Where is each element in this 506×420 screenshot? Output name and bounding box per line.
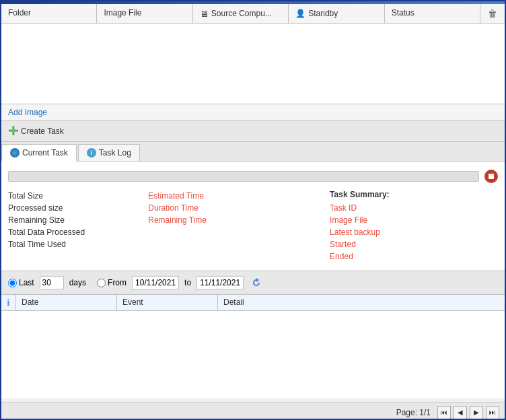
log-table-header: ℹ Date Event Detail (1, 295, 505, 311)
info-col-icon: ℹ (7, 298, 10, 308)
last-radio-label[interactable]: Last (8, 278, 34, 287)
add-image-link[interactable]: Add Image (8, 108, 47, 117)
summary-started: Started (330, 238, 498, 250)
to-date-input[interactable] (196, 276, 244, 289)
create-task-label: Create Task (21, 127, 64, 136)
tab-current-task-label: Current Task (22, 148, 68, 158)
progress-bar-container (8, 171, 479, 182)
main-content: Folder Image File 🖥 Source Compu... 👤 St… (1, 4, 505, 420)
stat-duration-time: Duration Time (148, 202, 316, 214)
summary-image-file: Image File (330, 214, 498, 226)
from-date-input[interactable] (132, 276, 179, 289)
page-info: Page: 1/1 (396, 408, 431, 417)
nav-first-button[interactable]: ⏮ (437, 406, 451, 419)
stat-total-data: Total Data Processed (8, 226, 148, 238)
info-icon: i (87, 148, 96, 158)
stat-total-size: Total Size (8, 190, 148, 202)
summary-ended: Ended (330, 250, 498, 262)
col-status: Status (385, 4, 480, 23)
col-standby: 👤 Standby (289, 4, 384, 23)
stat-total-time: Total Time Used (8, 238, 148, 250)
nav-last-button[interactable]: ⏭ (486, 406, 499, 419)
trash-icon: 🗑 (488, 8, 497, 19)
from-label: From (108, 278, 126, 287)
summary-latest-backup: Latest backup (330, 226, 498, 238)
tabs-bar: Current Task i Task Log (1, 142, 505, 162)
log-col-icon: ℹ (1, 295, 16, 310)
bottom-bar: Page: 1/1 ⏮ ◀ ▶ ⏭ (1, 403, 505, 420)
stat-remaining-time: Remaining Time (148, 214, 316, 226)
days-label: days (69, 278, 86, 287)
monitor-icon: 🖥 (200, 9, 209, 19)
stat-estimated-time: Estimated Time (148, 190, 316, 202)
create-task-bar: ✛ Create Task (1, 121, 505, 142)
col-delete[interactable]: 🗑 (480, 4, 505, 23)
tab-current-task[interactable]: Current Task (1, 144, 77, 162)
from-radio[interactable] (97, 279, 106, 287)
task-summary-col: Task Summary: Task ID Image File Latest … (316, 190, 498, 262)
standby-icon: 👤 (295, 9, 305, 18)
stop-button[interactable] (484, 170, 498, 183)
image-table-body (1, 24, 505, 104)
task-panel: Total Size Processed size Remaining Size… (1, 162, 505, 271)
plus-icon: ✛ (8, 125, 18, 137)
nav-next-button[interactable]: ▶ (470, 406, 483, 419)
log-col-event: Event (117, 295, 218, 310)
filter-bar: Last days From to (1, 271, 505, 295)
stats-col-1: Total Size Processed size Remaining Size… (8, 190, 148, 262)
log-col-detail: Detail (218, 295, 505, 310)
last-days-input[interactable] (40, 276, 64, 289)
stat-remaining-size: Remaining Size (8, 214, 148, 226)
stats-col-2: Estimated Time Duration Time Remaining T… (148, 190, 316, 262)
summary-task-id: Task ID (330, 202, 498, 214)
refresh-icon (250, 277, 262, 289)
log-table-body (1, 311, 505, 398)
tab-task-log[interactable]: i Task Log (78, 144, 140, 161)
from-radio-label[interactable]: From (97, 278, 126, 287)
globe-icon (10, 148, 20, 158)
create-task-button[interactable]: ✛ Create Task (8, 125, 64, 137)
summary-title: Task Summary: (330, 190, 498, 199)
image-table-header: Folder Image File 🖥 Source Compu... 👤 St… (1, 4, 505, 24)
add-image-bar: Add Image (1, 104, 505, 121)
log-col-date: Date (16, 295, 117, 310)
nav-prev-button[interactable]: ◀ (454, 406, 467, 419)
col-source-computer: 🖥 Source Compu... (193, 4, 289, 23)
col-folder: Folder (1, 4, 97, 23)
progress-row (8, 170, 498, 183)
to-label: to (184, 278, 191, 287)
last-label: Last (19, 278, 34, 287)
col-image-file: Image File (97, 4, 192, 23)
tab-task-log-label: Task Log (99, 148, 131, 158)
stat-processed-size: Processed size (8, 202, 148, 214)
stats-summary-row: Total Size Processed size Remaining Size… (8, 190, 498, 262)
refresh-button[interactable] (249, 275, 264, 290)
last-radio[interactable] (8, 279, 17, 287)
stop-icon (489, 174, 494, 179)
